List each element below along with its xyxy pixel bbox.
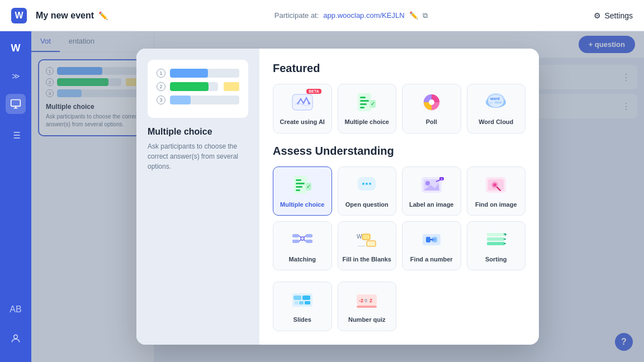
- open-question-icon: [352, 174, 381, 196]
- svg-marker-72: [505, 233, 507, 236]
- modal-left-panel: 1 2 3: [136, 49, 259, 344]
- svg-point-56: [301, 237, 304, 240]
- option-card-matching[interactable]: Matching: [273, 221, 332, 270]
- sidebar-item-monitor[interactable]: [6, 94, 26, 114]
- option-card-label-matching: Matching: [289, 255, 316, 263]
- option-card-label-label-an-image: Label an image: [409, 201, 453, 208]
- svg-point-12: [308, 102, 310, 104]
- modal-preview-card: 1 2 3: [148, 60, 248, 118]
- topbar-right: ⚙ Settings: [594, 11, 633, 20]
- option-card-fill-in-blanks[interactable]: W ___ Fill in the Blanks: [338, 221, 397, 270]
- svg-text:✓: ✓: [306, 183, 311, 189]
- option-card-slides[interactable]: Slides: [273, 282, 332, 331]
- sidebar-bottom: AB: [6, 299, 26, 355]
- svg-rect-14: [360, 97, 366, 98]
- option-card-multiple-choice[interactable]: ✓ Multiple choice: [273, 166, 332, 216]
- svg-rect-16: [360, 103, 367, 105]
- find-a-number-icon: [417, 228, 446, 251]
- option-card-label-find-a-number: Find a number: [410, 255, 453, 263]
- svg-text:0: 0: [364, 298, 367, 303]
- svg-rect-77: [299, 301, 304, 304]
- find-on-image-icon: [481, 174, 510, 196]
- option-card-label-an-image[interactable]: A Label an image: [402, 166, 461, 216]
- participate-url: app.wooclap.com/KEJLN: [323, 11, 404, 20]
- svg-rect-58: [362, 234, 370, 240]
- assess-section-title: Assess Understanding: [273, 145, 525, 158]
- svg-rect-13: [358, 93, 371, 111]
- modal-right-panel[interactable]: Featured: [259, 49, 539, 344]
- svg-point-38: [369, 183, 371, 185]
- sidebar-item-user[interactable]: [6, 328, 26, 349]
- option-card-label-fill-in-blanks: Fill in the Blanks: [343, 255, 391, 263]
- more-grid: Slides -2 0 2: [273, 282, 525, 331]
- option-card-label-create-ai: Create using AI: [280, 118, 325, 126]
- assess-grid: ✓ Multiple choice: [273, 166, 525, 271]
- svg-text:A: A: [441, 178, 442, 180]
- beta-badge: BETA: [306, 89, 321, 94]
- modal-bar-row-3: 3: [157, 96, 239, 104]
- app-shell: W My new event ✏️ Participate at: app.wo…: [0, 0, 644, 362]
- page-area: Vot entation 1 2: [31, 31, 644, 362]
- svg-rect-0: [11, 100, 21, 107]
- word-cloud-icon: word cloud text: [481, 91, 510, 113]
- edit-url-icon[interactable]: ✏️: [409, 11, 418, 20]
- sorting-icon: [481, 228, 510, 251]
- number-quiz-icon: -2 0 2: [352, 289, 381, 311]
- multiple-choice-assess-icon: ✓: [288, 174, 317, 196]
- svg-rect-75: [302, 296, 310, 300]
- copy-url-icon[interactable]: ⧉: [423, 11, 428, 20]
- svg-rect-28: [293, 176, 307, 194]
- logo: W: [11, 8, 27, 23]
- sidebar-item-list[interactable]: [6, 125, 26, 145]
- sidebar-collapse-icon[interactable]: ≫: [10, 69, 22, 83]
- settings-button[interactable]: ⚙ Settings: [594, 11, 633, 20]
- fill-in-blanks-icon: W ___: [352, 228, 381, 251]
- edit-title-icon[interactable]: ✏️: [98, 11, 108, 20]
- sidebar-item-translate[interactable]: AB: [6, 299, 26, 320]
- option-card-label-multiple-choice-assess: Multiple choice: [280, 201, 324, 208]
- modal-left-title: Multiple choice: [148, 127, 248, 137]
- option-card-word-cloud[interactable]: word cloud text Word Cloud: [467, 84, 526, 133]
- svg-point-48: [493, 183, 496, 187]
- option-card-label-word-cloud: Word Cloud: [479, 118, 513, 126]
- svg-point-36: [362, 183, 364, 185]
- option-card-label-slides: Slides: [293, 316, 311, 323]
- option-card-label-number-quiz: Number quiz: [348, 316, 386, 323]
- svg-rect-62: [426, 237, 430, 242]
- option-card-sorting[interactable]: Sorting: [467, 221, 526, 270]
- option-card-find-on-image[interactable]: Find on image: [467, 166, 526, 216]
- option-card-poll[interactable]: Poll: [402, 84, 461, 133]
- svg-point-21: [429, 99, 434, 105]
- svg-rect-30: [296, 183, 305, 184]
- svg-point-9: [14, 335, 18, 339]
- svg-rect-17: [360, 107, 364, 108]
- option-card-label-sorting: Sorting: [485, 255, 507, 263]
- option-card-create-ai[interactable]: BETA Create using AI: [273, 84, 332, 133]
- svg-rect-67: [487, 237, 505, 241]
- svg-rect-66: [487, 233, 505, 236]
- option-card-multiple-choice-featured[interactable]: ✓ Multiple choice: [338, 84, 397, 133]
- svg-text:word: word: [490, 97, 500, 101]
- svg-rect-76: [295, 301, 298, 304]
- page-title: My new event ✏️: [36, 11, 108, 21]
- svg-rect-29: [296, 179, 301, 181]
- main-content: W ≫ AB Vot entation: [0, 31, 644, 362]
- svg-rect-74: [293, 296, 301, 300]
- svg-rect-78: [305, 301, 310, 304]
- option-card-find-a-number[interactable]: Find a number: [402, 221, 461, 270]
- option-card-open-question[interactable]: Open question: [338, 166, 397, 216]
- option-card-number-quiz[interactable]: -2 0 2 Number quiz: [338, 282, 397, 331]
- svg-text:___: ___: [357, 241, 366, 246]
- modal-overlay: 1 2 3: [31, 31, 644, 362]
- modal-bar-row-2: 2: [157, 82, 239, 91]
- modal-bar-chart: 1 2 3: [157, 69, 239, 104]
- svg-rect-32: [296, 189, 300, 191]
- svg-point-37: [366, 183, 368, 185]
- matching-icon: [288, 228, 317, 251]
- svg-rect-60: [367, 241, 376, 246]
- modal-bar-row-1: 1: [157, 69, 239, 78]
- svg-rect-53: [306, 240, 312, 243]
- option-card-label-open-question: Open question: [345, 201, 389, 208]
- svg-text:2: 2: [370, 298, 372, 303]
- create-ai-icon: BETA: [288, 91, 317, 113]
